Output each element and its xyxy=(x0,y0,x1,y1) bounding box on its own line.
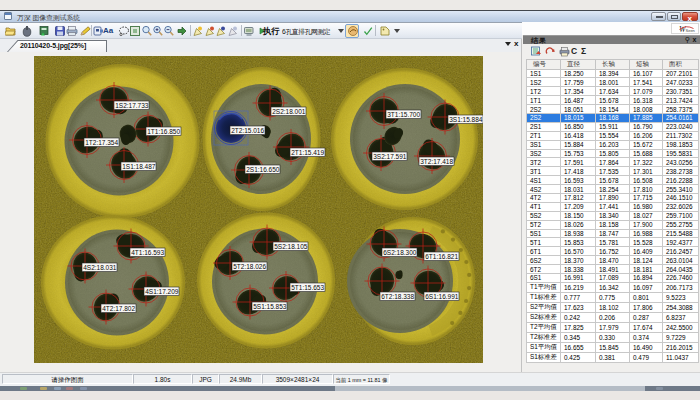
svg-text:1S2:17.733: 1S2:17.733 xyxy=(115,102,149,109)
svg-text:4S2:18.031: 4S2:18.031 xyxy=(83,264,117,271)
svg-text:5S2:18.105: 5S2:18.105 xyxy=(274,243,308,250)
svg-text:5T2:18.026: 5T2:18.026 xyxy=(233,263,266,270)
svg-text:1T2:17.354: 1T2:17.354 xyxy=(85,139,118,146)
svg-text:Seen: Seen xyxy=(686,28,695,33)
svg-text:3S2:17.591: 3S2:17.591 xyxy=(373,153,407,160)
svg-text:6S2:18.300: 6S2:18.300 xyxy=(383,249,417,256)
svg-text:6S1:16.991: 6S1:16.991 xyxy=(425,293,459,300)
svg-text:6T2:18.338: 6T2:18.338 xyxy=(381,293,414,300)
svg-text:3T2:17.418: 3T2:17.418 xyxy=(420,158,453,165)
svg-text:2S1:16.650: 2S1:16.650 xyxy=(246,166,280,173)
svg-text:5T1:15.653: 5T1:15.653 xyxy=(291,284,324,291)
svg-text:1T1:16.850: 1T1:16.850 xyxy=(147,128,180,135)
svg-text:1S1:18.487: 1S1:18.487 xyxy=(122,163,156,170)
svg-text:3S1:15.884: 3S1:15.884 xyxy=(449,116,483,123)
svg-text:5S1:15.853: 5S1:15.853 xyxy=(253,303,287,310)
svg-text:3T1:15.700: 3T1:15.700 xyxy=(387,111,420,118)
svg-text:4T2:17.802: 4T2:17.802 xyxy=(102,305,135,312)
svg-text:4T1:16.593: 4T1:16.593 xyxy=(131,249,164,256)
svg-text:2T2:15.016: 2T2:15.016 xyxy=(231,127,264,134)
svg-text:4S1:17.209: 4S1:17.209 xyxy=(145,288,179,295)
svg-text:2S2:18.001: 2S2:18.001 xyxy=(272,108,306,115)
svg-text:6T1:16.821: 6T1:16.821 xyxy=(425,253,458,260)
svg-text:2T1:15.419: 2T1:15.419 xyxy=(291,149,324,156)
